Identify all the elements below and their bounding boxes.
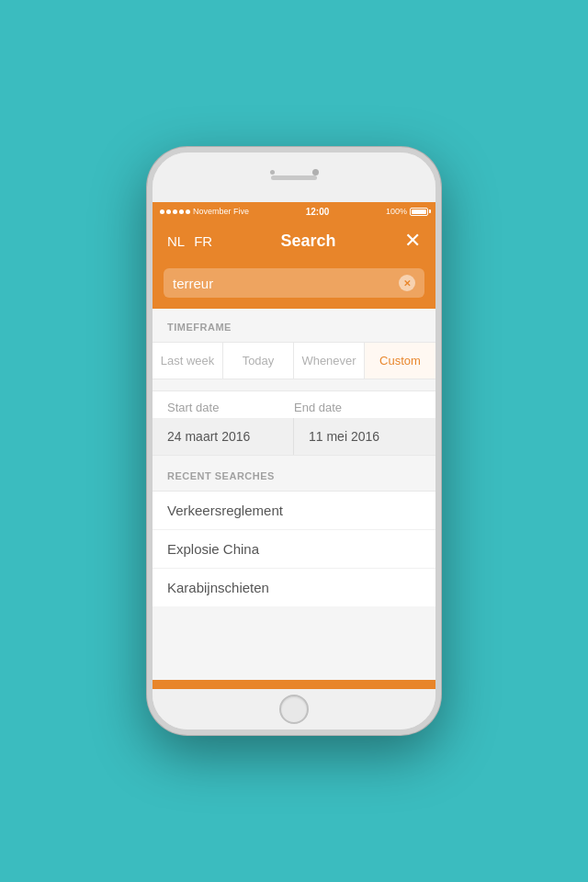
timeframe-lastweek[interactable]: Last week [153,343,223,379]
battery-icon [410,208,428,216]
home-button[interactable] [279,695,309,724]
camera-icon [312,169,319,175]
start-date-label: Start date [167,401,294,414]
timeframe-today[interactable]: Today [223,343,294,379]
lang-nl[interactable]: NL [167,233,185,249]
status-bar: November Five 12:00 100% [153,202,435,220]
timeframe-whenever[interactable]: Whenever [294,343,365,379]
nav-bar: NL FR Search ✕ [153,220,435,261]
battery-fill [412,209,426,214]
status-bar-left: November Five [160,207,249,216]
recent-search-item[interactable]: Karabijnschieten [153,569,435,606]
end-date-label: End date [294,401,421,414]
date-labels-row: Start date End date [153,391,435,418]
page-title: Search [281,232,336,251]
content-area: TIMEFRAME Last week Today Whenever Custo… [153,309,435,680]
close-button[interactable]: ✕ [404,231,421,251]
phone-bottom [153,689,435,729]
date-values-row: 24 maart 2016 11 mei 2016 [153,418,435,455]
recent-searches-label: RECENT SEARCHES [153,456,435,491]
end-date-value[interactable]: 11 mei 2016 [294,418,435,455]
front-camera-icon [270,170,275,175]
timeframe-section-label: TIMEFRAME [153,309,435,342]
clear-search-button[interactable] [399,275,415,291]
search-input-wrapper[interactable]: terreur [164,268,424,298]
language-selector[interactable]: NL FR [167,233,212,249]
search-bar: terreur [153,261,435,309]
phone-screen: November Five 12:00 100% NL FR Search ✕ … [153,202,435,689]
status-time: 12:00 [306,207,330,217]
start-date-value[interactable]: 24 maart 2016 [153,418,294,455]
phone-top [153,153,435,202]
tab-bar [153,680,435,689]
recent-search-item[interactable]: Explosie China [153,530,435,569]
timeframe-buttons: Last week Today Whenever Custom [153,342,435,379]
timeframe-custom[interactable]: Custom [365,343,435,379]
recent-searches-list: Verkeersreglement Explosie China Karabij… [153,491,435,606]
battery-percent: 100% [386,207,407,216]
carrier-name: November Five [193,207,249,216]
speaker [271,175,317,180]
lang-fr[interactable]: FR [194,233,212,249]
search-query-text: terreur [173,276,213,291]
signal-strength-icon [160,209,190,214]
status-bar-right: 100% [386,207,428,216]
phone-shell: November Five 12:00 100% NL FR Search ✕ … [147,147,441,735]
date-range-section: Start date End date 24 maart 2016 11 mei… [153,390,435,456]
recent-search-item[interactable]: Verkeersreglement [153,492,435,530]
